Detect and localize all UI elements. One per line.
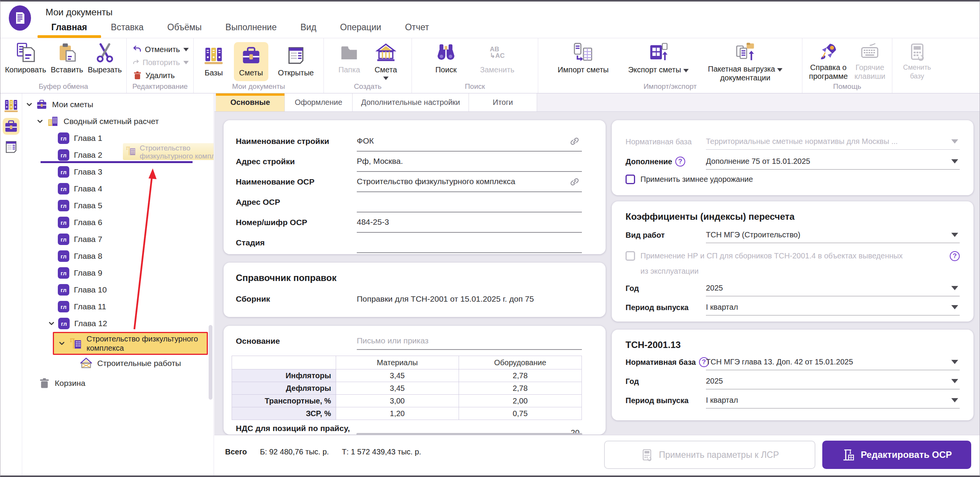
create-estimate-dropdown-icon[interactable] (383, 77, 389, 80)
create-estimate-button[interactable]: Смета (374, 42, 397, 80)
tsn-period-select[interactable]: I квартал (706, 393, 960, 408)
replace-button[interactable]: AB↳ACЗаменить (480, 42, 514, 74)
tab-main[interactable]: Основные (216, 93, 285, 111)
tree-item-chapter-12[interactable]: гл Глава 12 (23, 315, 214, 332)
table-cell[interactable]: 3,45 (336, 369, 459, 382)
nr-sp-checkbox[interactable] (626, 251, 635, 261)
chapter-icon: гл (58, 234, 69, 245)
left-icon-strip (0, 93, 22, 475)
field-label: Период выпуска (626, 303, 706, 312)
link-icon[interactable] (569, 176, 580, 188)
batch-export-dropdown-icon[interactable] (777, 68, 782, 72)
undo-button[interactable]: Отменить (127, 43, 193, 56)
tsn-normative-base-select[interactable]: ТСН МГЭ глава 13. Доп. 42 от 15.01.2025 (706, 354, 960, 370)
table-cell[interactable]: 2,78 (459, 382, 581, 395)
tab-formatting[interactable]: Оформление (285, 93, 353, 111)
bases-button[interactable]: Базы (203, 45, 224, 77)
form-row: Наименование ОСР Строительство физкульту… (236, 172, 582, 192)
search-button[interactable]: Поиск (435, 42, 456, 74)
stage-input[interactable] (357, 232, 582, 253)
tree-item-chapter-10[interactable]: глГлава 10 (23, 281, 214, 298)
export-estimate-button[interactable]: Экспорт сметы (628, 42, 689, 74)
apply-parameters-button[interactable]: Применить параметры к ЛСР (604, 441, 815, 469)
tree-item-chapter-8[interactable]: глГлава 8 (23, 248, 214, 265)
ribbon-tab-view[interactable]: Вид (301, 22, 317, 38)
undo-dropdown-icon[interactable] (183, 48, 189, 51)
normative-base-select[interactable]: Территориальные сметные нормативы для Мо… (706, 134, 960, 150)
ribbon-tab-execution[interactable]: Выполнение (225, 22, 277, 38)
import-estimate-button[interactable]: Импорт сметы (558, 42, 609, 74)
ribbon-tab-report[interactable]: Отчет (405, 22, 429, 38)
tab-totals[interactable]: Итоги (469, 93, 537, 111)
tree-item-chapter-7[interactable]: глГлава 7 (23, 231, 214, 248)
app-logo-icon[interactable] (9, 5, 31, 31)
tsn-year-select[interactable]: 2025 (706, 374, 960, 389)
tree-item-chapter-11[interactable]: глГлава 11 (23, 298, 214, 315)
cut-button[interactable]: Вырезать (88, 42, 122, 74)
ribbon-tab-operations[interactable]: Операции (340, 22, 381, 38)
copy-button[interactable]: Копировать (5, 42, 46, 74)
tree-item-my-estimates[interactable]: Мои сметы (23, 96, 214, 113)
work-type-select[interactable]: ТСН МГЭ (Строительство) (706, 227, 960, 243)
construction-address-input[interactable]: Рф, Москва. (357, 151, 582, 172)
tree-item-chapter-9[interactable]: глГлава 9 (23, 265, 214, 281)
strip-estimates-button[interactable] (3, 118, 20, 135)
edit-osr-button[interactable]: Редактировать ОСР (822, 441, 971, 469)
period-select[interactable]: I квартал (706, 300, 960, 315)
redo-button[interactable]: Повторить (127, 56, 193, 69)
delete-button[interactable]: Удалить (127, 69, 193, 82)
strip-opened-button[interactable] (3, 139, 20, 155)
tree-vertical-scrollbar[interactable] (209, 325, 212, 400)
tsn-card: ТСН-2001.13 Нормативная база? ТСН МГЭ гл… (612, 330, 973, 420)
year-select[interactable]: 2025 (706, 281, 960, 296)
osr-address-input[interactable] (357, 191, 582, 212)
chevron-down-icon (951, 233, 958, 237)
table-cell[interactable]: 1,20 (336, 407, 459, 420)
ribbon-tab-volumes[interactable]: Объёмы (167, 22, 202, 38)
opened-button[interactable]: Открытые (278, 45, 314, 77)
help-icon[interactable]: ? (675, 157, 685, 167)
tree-item-construction-works[interactable]: Строительные работы (23, 355, 214, 372)
estimates-button[interactable]: Сметы (234, 42, 268, 81)
paste-button[interactable]: Вставить (51, 42, 83, 74)
supplement-select[interactable]: Дополнение 75 от 15.01.2025 (706, 154, 960, 170)
create-folder-button[interactable]: Папка (338, 42, 360, 74)
osr-name-input[interactable]: Строительство физкультурного комплекса (357, 171, 582, 192)
tree-item-osr-selected[interactable]: Строительство физкультурного комплекса (53, 332, 208, 355)
house-frame-icon (80, 357, 93, 370)
construction-name-input[interactable]: ФОК (357, 131, 582, 152)
chevron-down-icon[interactable] (48, 320, 58, 327)
chapter-icon: гл (58, 301, 69, 312)
table-cell[interactable]: 3,45 (336, 382, 459, 395)
table-cell[interactable]: 2,78 (459, 369, 581, 382)
strip-bases-button[interactable] (3, 97, 20, 114)
tree-item-chapter-5[interactable]: глГлава 5 (23, 197, 214, 214)
batch-export-button[interactable]: Пакетная выгрузка документации (708, 42, 782, 82)
tree-item-chapter-3[interactable]: глГлава 3 (23, 163, 214, 180)
basis-input[interactable]: Письмо или приказ (357, 332, 582, 350)
tree-item-trash[interactable]: Корзина (23, 375, 214, 392)
tree-item-chapter-4[interactable]: глГлава 4 (23, 180, 214, 197)
change-base-button[interactable]: Сменитьбазу (903, 42, 931, 81)
tab-additional-settings[interactable]: Дополнительные настройки (353, 93, 469, 111)
chevron-down-icon[interactable] (37, 118, 47, 125)
table-cell[interactable]: 3,00 (336, 395, 459, 407)
tree-item-summary-calc[interactable]: Сводный сметный расчет (23, 113, 214, 130)
link-icon[interactable] (569, 136, 580, 147)
chevron-down-icon[interactable] (26, 101, 36, 108)
export-dropdown-icon[interactable] (683, 69, 689, 72)
table-cell[interactable]: 2,00 (459, 395, 581, 407)
form-row: Период выпуска I квартал (626, 298, 960, 317)
field-label: Основание (236, 337, 357, 346)
osr-number-input[interactable]: 484-25-3 (357, 212, 582, 233)
ribbon-tab-insert[interactable]: Вставка (111, 22, 144, 38)
winter-cost-checkbox[interactable] (626, 175, 635, 184)
tree-item-chapter-6[interactable]: глГлава 6 (23, 214, 214, 231)
hotkeys-button[interactable]: Горячиеклавиши (854, 42, 885, 81)
about-button[interactable]: Справка опрограмме (809, 42, 848, 81)
help-icon[interactable]: ? (950, 251, 960, 261)
table-cell[interactable]: 0,75 (459, 407, 581, 420)
ribbon-tab-home[interactable]: Главная (51, 22, 87, 38)
chevron-down-icon[interactable] (59, 340, 65, 347)
tree-item-label: Глава 12 (74, 319, 107, 328)
